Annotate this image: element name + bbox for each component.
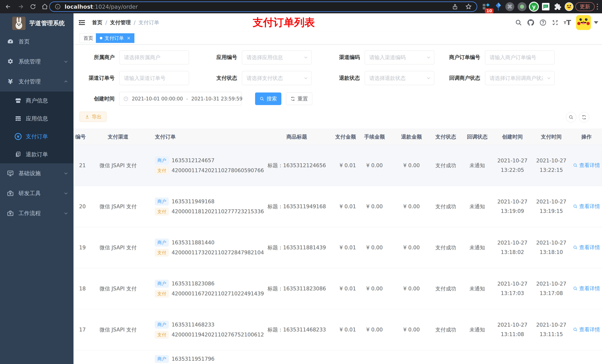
table-row[interactable]: 17 微信 JSAPI 支付 商户1635311468233 支付4200001…	[74, 309, 602, 350]
search-button[interactable]: 搜索	[255, 93, 281, 105]
filter-app-id: 应用编号	[201, 50, 312, 64]
active-dot	[100, 37, 102, 39]
back-icon[interactable]	[3, 2, 13, 11]
tag-close-icon[interactable]: ×	[127, 35, 130, 41]
chevron-down-icon	[64, 171, 68, 176]
channel-order-no-input[interactable]	[119, 75, 189, 81]
yen-circle-icon: ¥	[14, 133, 22, 140]
tag-home[interactable]: 首页	[80, 33, 97, 43]
home-icon[interactable]	[40, 2, 50, 11]
chevron-up-icon	[64, 79, 68, 84]
filter-notify-status: 回调商户状态	[444, 71, 555, 85]
date-separator: -	[186, 96, 188, 102]
chevron-down-icon	[547, 76, 551, 80]
chevron-down-icon	[64, 59, 68, 64]
view-detail-link[interactable]: 查看详情	[573, 326, 600, 333]
github-icon[interactable]	[525, 13, 537, 32]
chrome-update-button[interactable]: 更新	[575, 2, 595, 11]
sidebar-submenu-pay: 商户信息 应用信息 ¥ 支付订单 退款订单	[0, 92, 74, 163]
view-detail-link[interactable]: 查看详情	[573, 285, 600, 292]
dashboard-icon	[7, 38, 14, 45]
merchant-input[interactable]	[119, 54, 189, 61]
extension-tab-manager-icon[interactable]: 10	[481, 1, 491, 12]
refresh-table-button[interactable]	[579, 112, 589, 123]
app-id-select[interactable]	[242, 54, 311, 61]
browser-menu-icon[interactable]	[595, 2, 600, 11]
sidebar-item-home[interactable]: 首页	[0, 32, 74, 52]
table-row[interactable]: 21 微信 JSAPI 支付 商户1635312124657 支付4200001…	[74, 145, 602, 186]
sidebar-item-pay-order[interactable]: ¥ 支付订单	[0, 127, 74, 145]
sidebar-item-pay[interactable]: ¥ 支付管理	[0, 72, 74, 92]
refund-status-select[interactable]	[365, 75, 434, 81]
help-icon[interactable]	[537, 13, 549, 32]
reset-button[interactable]: 重置	[286, 93, 312, 105]
merchant-tag: 商户	[155, 355, 169, 363]
table-row[interactable]: 18 微信 JSAPI 支付 商户1635311823086 支付4200001…	[74, 268, 602, 309]
tag-pay-order-active[interactable]: 支付订单 ×	[96, 33, 134, 43]
toolbox-icon	[7, 190, 14, 197]
profile-emoji-avatar[interactable]	[564, 1, 574, 12]
shop-icon	[14, 97, 22, 104]
avatar-caret-icon[interactable]	[594, 21, 598, 24]
merchant-tag: 商户	[155, 157, 169, 164]
merchant-tag: 商户	[155, 321, 169, 329]
share-icon[interactable]	[452, 3, 458, 10]
forward-icon[interactable]	[16, 2, 26, 11]
bookmark-star-icon[interactable]	[465, 3, 472, 10]
breadcrumb-current: 支付订单	[139, 19, 159, 26]
date-start: 2021-10-01 00:00:00	[132, 96, 183, 102]
sidebar: 芋道管理系统 首页 系统管理 ¥ 支付管理	[0, 13, 74, 364]
breadcrumb-pay-manage[interactable]: 支付管理	[110, 19, 131, 26]
font-size-icon[interactable]: тT	[561, 13, 573, 32]
breadcrumb-home[interactable]: 首页	[92, 19, 102, 26]
table-row[interactable]: 19 微信 JSAPI 支付 商户1635311881440 支付4200001…	[74, 227, 602, 268]
filter-merchant-order-no: 商户订单编号	[444, 50, 555, 64]
export-button[interactable]: 导出	[80, 112, 107, 122]
page-content: 所属商户 应用编号 渠道编码 商户订单编号 渠道订单号 支付状态	[74, 44, 602, 364]
extensions-puzzle-icon[interactable]	[552, 1, 563, 12]
browser-toolbar: localhost:1024/pay/order 10 ⌘ y 更新	[0, 0, 602, 13]
header-search-icon[interactable]	[512, 13, 525, 32]
sidebar-item-system[interactable]: 系统管理	[0, 52, 74, 72]
table-header: 编号 支付渠道 支付订单 商品标题 支付金额 手续金额 退款金额 支付状态 回调…	[74, 129, 602, 145]
chevron-down-icon	[64, 191, 68, 196]
extension-recorder-icon[interactable]	[517, 1, 527, 12]
merchant-order-no-input[interactable]	[485, 54, 554, 61]
sidebar-item-dev-tools[interactable]: 研发工具	[0, 183, 74, 203]
address-bar[interactable]: localhost:1024/pay/order	[49, 1, 477, 12]
sidebar-item-merchant-info[interactable]: 商户信息	[0, 92, 74, 110]
pay-status-select[interactable]	[242, 75, 311, 81]
user-avatar[interactable]	[576, 15, 591, 30]
notify-status-select[interactable]	[485, 75, 554, 81]
extension-kite-icon[interactable]	[493, 1, 504, 12]
reload-icon[interactable]	[28, 2, 38, 11]
toggle-search-button[interactable]	[566, 112, 576, 123]
date-range-input[interactable]: 2021-10-01 00:00:00 - 2021-10-31 23:59:5…	[119, 92, 242, 106]
extension-chat-icon[interactable]	[540, 1, 551, 12]
table-row[interactable]: 20 微信 JSAPI 支付 商户1635311949168 支付4200001…	[74, 186, 602, 227]
tags-view-bar: 首页 支付订单 ×	[74, 32, 602, 44]
grid-icon	[14, 115, 22, 122]
sidebar-collapse-icon[interactable]	[78, 19, 86, 27]
refresh-icon	[290, 96, 295, 101]
extension-command-icon[interactable]: ⌘	[505, 1, 515, 12]
url-path: :1024/pay/order	[93, 3, 138, 10]
sidebar-item-refund-order[interactable]: 退款订单	[0, 145, 74, 163]
clock-icon	[123, 96, 129, 101]
view-detail-link[interactable]: 查看详情	[573, 203, 600, 210]
sidebar-item-workflow[interactable]: 工作流程	[0, 203, 74, 223]
extension-y-icon[interactable]: y	[529, 1, 539, 12]
document-copy-icon	[14, 151, 22, 158]
table-row-partial[interactable]: 商户1635311951796	[74, 350, 602, 364]
sidebar-item-app-info[interactable]: 应用信息	[0, 110, 74, 127]
fullscreen-icon[interactable]	[549, 13, 561, 32]
sidebar-item-infra[interactable]: 基础设施	[0, 163, 74, 183]
chevron-down-icon	[304, 55, 308, 60]
view-detail-link[interactable]: 查看详情	[573, 244, 600, 251]
app-title: 芋道管理系统	[29, 19, 65, 27]
filter-pay-status: 支付状态	[201, 71, 312, 85]
gear-icon	[7, 58, 14, 65]
channel-code-select[interactable]	[365, 54, 434, 61]
view-detail-link[interactable]: 查看详情	[573, 162, 600, 169]
site-info-icon[interactable]	[55, 3, 61, 10]
